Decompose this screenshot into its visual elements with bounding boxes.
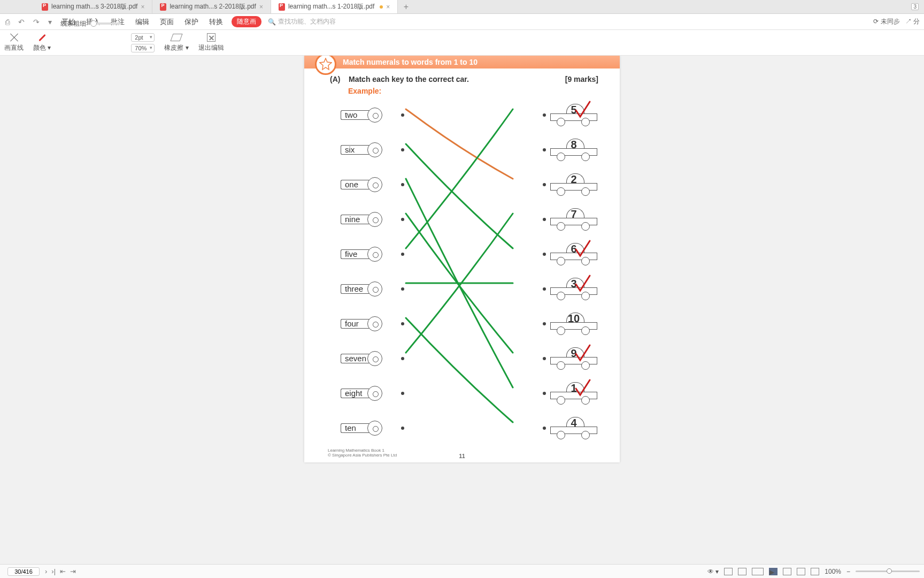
- tool-label: 退出编辑: [198, 43, 224, 52]
- matching-rows: two5six8one2nine7five6three3four10seven9…: [341, 97, 598, 445]
- section-label: (A): [330, 75, 340, 83]
- eye-icon[interactable]: 👁 ▾: [707, 568, 719, 575]
- car-number: 2: [550, 173, 597, 186]
- unsaved-dot-icon: [380, 5, 383, 9]
- match-row: one2: [341, 167, 598, 202]
- footer-line: © Singapore Asia Publishers Pte Ltd: [328, 453, 397, 458]
- view-facing-icon[interactable]: [752, 568, 764, 575]
- line-width-combo[interactable]: 2pt: [131, 33, 155, 42]
- tool-straight-line[interactable]: 画直线: [4, 33, 24, 52]
- title-bar: learning math...s 3-2018版.pdf × learning…: [0, 0, 924, 14]
- line-width-label: 线条粗细: [60, 19, 86, 28]
- tab-close-icon[interactable]: ×: [259, 3, 263, 11]
- key-shape: eight: [341, 384, 397, 402]
- section-title: Match each key to the correct car.: [349, 75, 469, 83]
- key-dot: [401, 113, 404, 117]
- layout-icon-1[interactable]: [783, 568, 791, 575]
- line-width-slider[interactable]: [89, 22, 121, 25]
- view-continuous-icon[interactable]: [738, 568, 746, 575]
- menu-protect[interactable]: 保护: [182, 17, 201, 27]
- car-number: 6: [550, 243, 597, 255]
- share-button[interactable]: ↗ 分: [905, 17, 920, 26]
- car-shape: 3: [550, 278, 598, 300]
- car-dot: [543, 357, 546, 360]
- key-dot: [401, 183, 404, 186]
- menu-edit[interactable]: 编辑: [133, 17, 151, 27]
- eraser-icon: [170, 34, 182, 41]
- key-dot: [401, 253, 404, 256]
- sync-status[interactable]: ⟳ 未同步: [873, 17, 899, 26]
- footer-line: Learning Mathematics Book 1: [328, 448, 397, 453]
- key-dot: [401, 322, 404, 325]
- search-placeholder: 查找功能、文档内容: [278, 17, 336, 26]
- match-row: two5: [341, 97, 598, 132]
- pen-icon: [38, 34, 45, 41]
- car-number: 4: [550, 417, 597, 429]
- marks-label: [9 marks]: [565, 75, 598, 83]
- car-shape: 7: [550, 208, 598, 231]
- last-page-button[interactable]: ›|: [49, 567, 58, 575]
- tool-eraser[interactable]: 橡皮擦 ▾: [164, 33, 188, 52]
- menu-page[interactable]: 页面: [158, 17, 176, 27]
- page-footer: Learning Mathematics Book 1 © Singapore …: [328, 448, 397, 458]
- pdf-page: Match numerals to words from 1 to 10 [9 …: [304, 56, 620, 462]
- tab-2[interactable]: learning math...s 2-2018版.pdf ×: [152, 0, 271, 13]
- fit-width-icon[interactable]: ⇤: [58, 567, 68, 575]
- new-tab-button[interactable]: +: [398, 0, 414, 13]
- fit-page-icon[interactable]: ⇥: [68, 567, 78, 575]
- zoom-slider[interactable]: [856, 571, 920, 572]
- car-shape: 5: [550, 104, 598, 126]
- tab-3[interactable]: learning math...s 1-2018版.pdf ×: [271, 0, 398, 13]
- layout-icon-3[interactable]: [811, 568, 819, 575]
- page-input[interactable]: [7, 567, 40, 576]
- key-shape: ten: [341, 419, 397, 437]
- car-shape: 4: [550, 417, 598, 439]
- car-number: 7: [550, 208, 597, 220]
- next-page-button[interactable]: ›: [43, 567, 49, 575]
- tool-color[interactable]: 颜色 ▾: [33, 33, 51, 52]
- key-shape: three: [341, 280, 397, 298]
- sync-label: 未同步: [881, 18, 900, 25]
- menu-freedraw[interactable]: 随意画: [232, 16, 261, 27]
- car-number: 10: [550, 313, 597, 325]
- tab-close-icon[interactable]: ×: [141, 3, 144, 11]
- pdf-icon: [42, 3, 48, 11]
- tab-1[interactable]: learning math...s 3-2018版.pdf ×: [34, 0, 152, 13]
- status-bar: › ›| ⇤ ⇥ 👁 ▾ ▶ 100% −: [0, 564, 924, 578]
- car-number: 9: [550, 347, 597, 360]
- car-dot: [543, 427, 546, 430]
- tab-label: learning math...s 3-2018版.pdf: [51, 2, 137, 11]
- car-number: 3: [550, 278, 597, 290]
- layout-icon-2[interactable]: [797, 568, 805, 575]
- undo-icon[interactable]: ↶: [17, 18, 26, 26]
- window-badge[interactable]: 3: [911, 3, 919, 10]
- presentation-icon[interactable]: ▶: [769, 568, 777, 575]
- tool-exit-edit[interactable]: 退出编辑: [198, 33, 224, 52]
- key-shape: five: [341, 245, 397, 263]
- zoom-out-button[interactable]: −: [846, 568, 850, 575]
- opacity-combo[interactable]: 70%: [131, 44, 155, 52]
- key-shape: nine: [341, 210, 397, 229]
- key-shape: one: [341, 176, 397, 194]
- tool-label: 颜色 ▾: [33, 43, 51, 52]
- search-box[interactable]: 🔍 查找功能、文档内容: [268, 17, 386, 26]
- crosshair-icon: [9, 32, 19, 43]
- print-icon[interactable]: ⎙: [4, 18, 11, 26]
- page-number: 11: [459, 453, 465, 459]
- pdf-icon: [160, 3, 166, 11]
- key-label: ten: [345, 423, 356, 432]
- view-single-icon[interactable]: [724, 568, 733, 575]
- redo-icon[interactable]: ↷: [32, 18, 41, 26]
- drawing-toolbar: 画直线 颜色 ▾ 线条粗细 不透明度 2pt 70% 橡皮擦 ▾ 退出编辑: [0, 30, 924, 56]
- car-dot: [543, 218, 546, 221]
- dropdown-icon[interactable]: ▾: [47, 18, 53, 26]
- key-dot: [401, 148, 404, 151]
- key-dot: [401, 357, 404, 360]
- zoom-value[interactable]: 100%: [825, 568, 841, 575]
- tab-close-icon[interactable]: ×: [386, 3, 390, 11]
- car-dot: [543, 287, 546, 291]
- car-shape: 2: [550, 173, 598, 196]
- menu-convert[interactable]: 转换: [207, 17, 225, 27]
- document-canvas[interactable]: Match numerals to words from 1 to 10 [9 …: [0, 56, 924, 564]
- key-label: nine: [345, 215, 360, 224]
